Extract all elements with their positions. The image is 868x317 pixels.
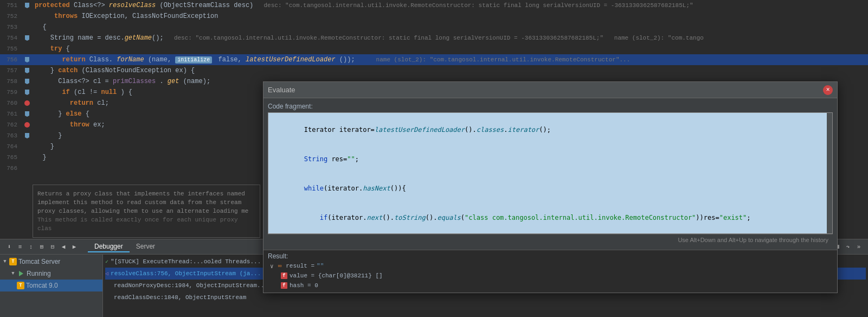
stack-text-resolve: resolveClass:756, ObjectInputStream (ja.… bbox=[111, 270, 261, 277]
evaluate-modal: Evaluate × Code fragment: Iterator itera… bbox=[263, 81, 838, 293]
code-line-752: 752 throws IOException, ClassNotFoundExc… bbox=[0, 11, 868, 22]
services-icon-3[interactable]: ↕ bbox=[26, 242, 36, 252]
code-line-757: 757 } catch (ClassNotFoundException ex) … bbox=[0, 65, 868, 76]
stack-arrow-icon: ◁ bbox=[105, 270, 108, 277]
tomcat-server-label: Tomcat Server bbox=[18, 258, 60, 265]
services-icon-4[interactable]: ⊞ bbox=[37, 242, 47, 252]
modal-close-button[interactable]: × bbox=[823, 85, 833, 95]
modal-titlebar: Evaluate × bbox=[263, 82, 837, 98]
bookmark-icon bbox=[25, 68, 29, 73]
tree-item-tomcat9[interactable]: T Tomcat 9.0 bbox=[0, 280, 102, 291]
tomcat9-label: Tomcat 9.0 bbox=[26, 282, 58, 289]
bookmark-icon bbox=[25, 111, 29, 117]
running-icon bbox=[17, 270, 25, 277]
modal-body: Code fragment: Iterator iterator=latestU… bbox=[263, 98, 837, 250]
bookmark-icon bbox=[25, 35, 29, 41]
services-icon-2[interactable]: ≡ bbox=[15, 242, 25, 252]
debug-icon-more[interactable]: » bbox=[854, 242, 864, 252]
tomcat9-icon: T bbox=[17, 282, 24, 289]
services-icon-6[interactable]: ◀ bbox=[59, 242, 68, 252]
code-fragment-line-5: } bbox=[273, 232, 828, 234]
tab-debugger[interactable]: Debugger bbox=[88, 242, 130, 252]
tree-expand-arrow-2: ▼ bbox=[10, 271, 16, 276]
field-badge-2: f bbox=[281, 282, 287, 289]
services-tabs: Debugger Server bbox=[88, 242, 162, 252]
field-badge: f bbox=[281, 272, 287, 279]
code-fragment-editor[interactable]: Iterator iterator=latestUserDefinedLoade… bbox=[268, 112, 833, 234]
javadoc-tooltip: Returns a proxy class that implements th… bbox=[33, 185, 260, 238]
tree-expand-arrow: ▼ bbox=[2, 259, 8, 264]
breakpoint-icon bbox=[24, 122, 30, 128]
modal-hint: Use Alt+Down and Alt+Up to navigate thro… bbox=[268, 234, 833, 245]
code-fragment-line-4: if(iterator.next().toString().equals("cl… bbox=[273, 203, 828, 232]
code-line-753: 753 { bbox=[0, 22, 868, 33]
result-label: Result: bbox=[268, 252, 833, 260]
services-left-icons: ⬇ ≡ ↕ ⊞ ⊟ ◀ ▶ bbox=[4, 242, 79, 252]
tomcat-server-icon: T bbox=[9, 258, 17, 265]
code-line-751: 751 protected Class<?> resolveClass (Obj… bbox=[0, 0, 868, 11]
breakpoint-icon bbox=[24, 100, 30, 106]
modal-title: Evaluate bbox=[268, 86, 295, 94]
stack-text-stuck: "[STUCK] ExecuteThread:...ooled Threads.… bbox=[111, 258, 261, 265]
tab-server[interactable]: Server bbox=[130, 242, 162, 252]
code-fragment-line-3: while(iterator.hasNext()){ bbox=[273, 174, 828, 203]
code-fragment-label: Code fragment: bbox=[268, 103, 833, 110]
code-line-756: 756 return Class. forName (name, initial… bbox=[0, 54, 868, 65]
stack-text-readnon: readNonProxyDesc:1984, ObjectInputStream… bbox=[114, 282, 268, 289]
code-editor-scrollbar[interactable] bbox=[827, 113, 832, 233]
services-icon-5[interactable]: ⊟ bbox=[48, 242, 57, 252]
result-section: Result: ∨ ∞ result = "" f value = {char[… bbox=[263, 250, 837, 293]
services-tree: ▼ T Tomcat Server ▼ Running T Tomcat 9.0 bbox=[0, 255, 103, 317]
code-line-754: 754 String name = desc.getName(); desc: … bbox=[0, 33, 868, 43]
result-root[interactable]: ∨ ∞ result = "" bbox=[268, 261, 833, 271]
code-fragment-line-1: Iterator iterator=latestUserDefinedLoade… bbox=[273, 115, 828, 144]
result-hash: f hash = 0 bbox=[268, 281, 833, 290]
bookmark-icon bbox=[25, 57, 29, 62]
stack-item-readclass[interactable]: readClassDesc:1848, ObjectInputStream bbox=[105, 291, 866, 303]
bookmark-icon bbox=[25, 3, 29, 8]
result-value: f value = {char[0]@38211} [] bbox=[268, 271, 833, 281]
running-label: Running bbox=[27, 270, 51, 277]
code-line-755: 755 try { bbox=[0, 43, 868, 54]
bookmark-icon bbox=[25, 133, 29, 138]
debug-icon-step-over[interactable]: ↷ bbox=[843, 242, 853, 252]
code-fragment-line-2: String res=""; bbox=[273, 144, 828, 174]
bookmark-icon bbox=[25, 90, 29, 95]
services-icon-1[interactable]: ⬇ bbox=[4, 242, 14, 252]
tree-item-running[interactable]: ▼ Running bbox=[0, 268, 102, 280]
stack-check-icon: ✓ bbox=[105, 258, 108, 265]
services-icon-7[interactable]: ▶ bbox=[69, 242, 79, 252]
tree-item-tomcat-server[interactable]: ▼ T Tomcat Server bbox=[0, 256, 102, 268]
run-triangle bbox=[19, 271, 23, 276]
bookmark-icon bbox=[25, 79, 29, 84]
stack-text-readclass: readClassDesc:1848, ObjectInputStream bbox=[114, 294, 246, 301]
